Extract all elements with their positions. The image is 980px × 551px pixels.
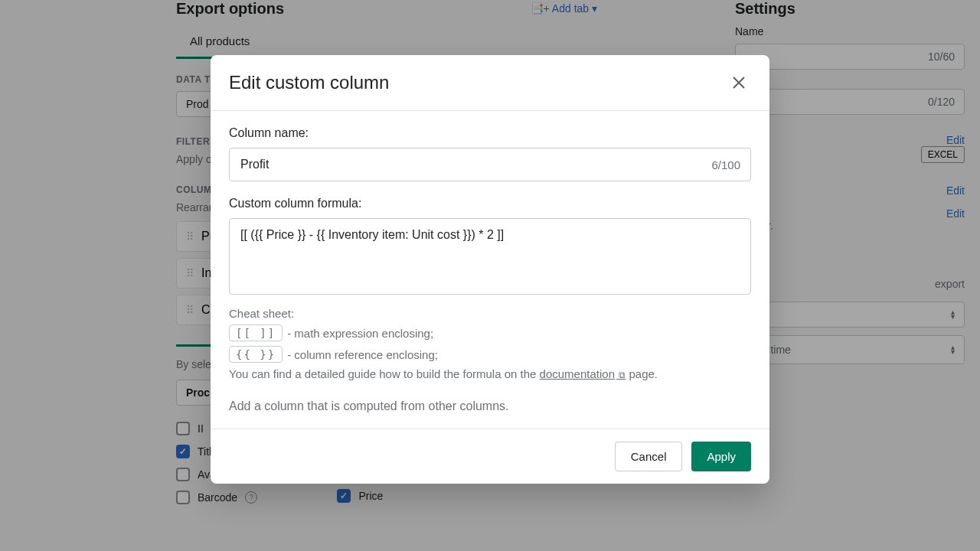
column-name-input[interactable]	[229, 148, 751, 181]
close-icon	[731, 75, 746, 90]
cheat-item: {{ }} - column reference enclosing;	[229, 346, 751, 363]
cancel-button[interactable]: Cancel	[615, 442, 683, 471]
documentation-link[interactable]: documentation ⧉	[540, 367, 626, 380]
modal-overlay: Edit custom column Column name: 6/100 Cu…	[0, 0, 980, 551]
modal-description: Add a column that is computed from other…	[229, 399, 751, 413]
cheat-sheet-label: Cheat sheet:	[229, 307, 751, 320]
column-name-label: Column name:	[229, 126, 751, 140]
char-count: 6/100	[711, 158, 740, 171]
modal-title: Edit custom column	[229, 72, 389, 93]
doc-text: You can find a detailed guide how to bui…	[229, 367, 751, 380]
formula-textarea[interactable]	[229, 218, 751, 295]
external-link-icon: ⧉	[616, 370, 626, 380]
cheat-code: {{ }}	[229, 346, 283, 363]
cheat-code: [[ ]]	[229, 324, 283, 341]
edit-custom-column-modal: Edit custom column Column name: 6/100 Cu…	[211, 55, 769, 484]
apply-button[interactable]: Apply	[691, 442, 751, 471]
cheat-item: [[ ]] - math expression enclosing;	[229, 324, 751, 341]
formula-label: Custom column formula:	[229, 197, 751, 210]
close-button[interactable]	[727, 70, 751, 95]
